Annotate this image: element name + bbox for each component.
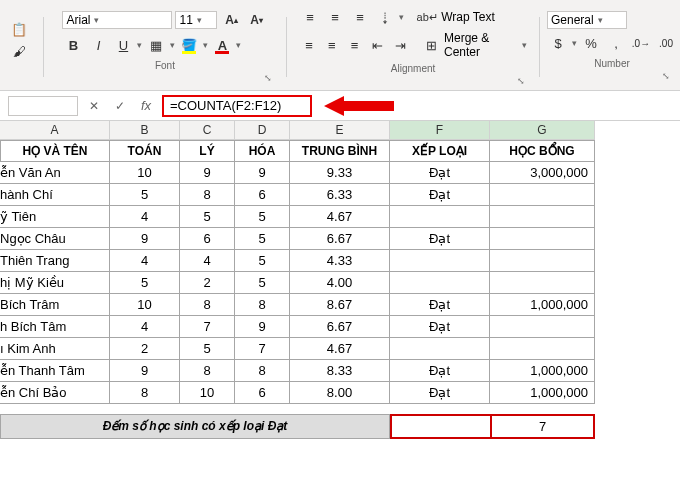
align-bottom-button[interactable]: ≡: [349, 6, 371, 28]
column-header-D[interactable]: D: [235, 121, 290, 140]
cell[interactable]: 8: [235, 294, 290, 316]
cell[interactable]: [390, 250, 490, 272]
dialog-launcher-icon[interactable]: ⤡: [264, 73, 272, 83]
cell[interactable]: 5: [235, 272, 290, 294]
cell[interactable]: 4: [110, 206, 180, 228]
cell[interactable]: 6: [235, 184, 290, 206]
bold-button[interactable]: B: [62, 34, 84, 56]
align-right-button[interactable]: ≡: [345, 34, 365, 56]
table-header[interactable]: HỌC BỔNG: [490, 140, 595, 162]
cell[interactable]: ỹ Tiên: [0, 206, 110, 228]
cell[interactable]: 9: [180, 162, 235, 184]
cell[interactable]: 8: [235, 360, 290, 382]
cell[interactable]: 2: [180, 272, 235, 294]
column-header-E[interactable]: E: [290, 121, 390, 140]
cell[interactable]: 4.33: [290, 250, 390, 272]
cell[interactable]: hị Mỹ Kiều: [0, 272, 110, 294]
cell[interactable]: Đạt: [390, 184, 490, 206]
cell[interactable]: 5: [235, 250, 290, 272]
align-center-button[interactable]: ≡: [322, 34, 342, 56]
cell[interactable]: 9: [110, 360, 180, 382]
align-middle-button[interactable]: ≡: [324, 6, 346, 28]
number-format-select[interactable]: General ▾: [547, 11, 627, 29]
italic-button[interactable]: I: [87, 34, 109, 56]
cancel-formula-button[interactable]: ✕: [84, 99, 104, 113]
formula-input[interactable]: =COUNTA(F2:F12): [162, 95, 312, 117]
cell[interactable]: 5: [235, 228, 290, 250]
cell[interactable]: 10: [110, 294, 180, 316]
underline-button[interactable]: U: [112, 34, 134, 56]
cell[interactable]: Thiên Trang: [0, 250, 110, 272]
summary-value-cell[interactable]: 7: [490, 414, 595, 439]
cell[interactable]: 8: [110, 382, 180, 404]
cell[interactable]: 1,000,000: [490, 360, 595, 382]
cell[interactable]: Bích Trâm: [0, 294, 110, 316]
align-top-button[interactable]: ≡: [299, 6, 321, 28]
cell[interactable]: Đạt: [390, 228, 490, 250]
increase-decimal-button[interactable]: .0→: [630, 32, 652, 54]
cell[interactable]: 1,000,000: [490, 294, 595, 316]
cell[interactable]: ễn Thanh Tâm: [0, 360, 110, 382]
align-left-button[interactable]: ≡: [299, 34, 319, 56]
cell[interactable]: 5: [110, 184, 180, 206]
cell[interactable]: 4: [110, 316, 180, 338]
cell[interactable]: 4.67: [290, 206, 390, 228]
cell[interactable]: Đạt: [390, 316, 490, 338]
borders-button[interactable]: ▦: [145, 34, 167, 56]
cell[interactable]: 5: [180, 206, 235, 228]
accounting-format-button[interactable]: $: [547, 32, 569, 54]
font-color-button[interactable]: A: [211, 34, 233, 56]
format-painter-button[interactable]: 🖌: [8, 40, 30, 62]
cell[interactable]: 9: [235, 162, 290, 184]
cell[interactable]: 2: [110, 338, 180, 360]
cell[interactable]: 6.67: [290, 228, 390, 250]
cell[interactable]: ễn Chí Bảo: [0, 382, 110, 404]
decrease-indent-button[interactable]: ⇤: [367, 34, 387, 56]
cell[interactable]: 5: [235, 206, 290, 228]
cell[interactable]: 9.33: [290, 162, 390, 184]
cell[interactable]: [390, 206, 490, 228]
dialog-launcher-icon[interactable]: ⤡: [517, 76, 525, 86]
cell[interactable]: [490, 206, 595, 228]
column-header-C[interactable]: C: [180, 121, 235, 140]
cell[interactable]: 8: [180, 184, 235, 206]
cell[interactable]: 9: [110, 228, 180, 250]
cell[interactable]: Đạt: [390, 360, 490, 382]
cell[interactable]: 7: [180, 316, 235, 338]
cell[interactable]: [490, 228, 595, 250]
cell[interactable]: 8.33: [290, 360, 390, 382]
paste-button[interactable]: 📋: [8, 18, 30, 40]
cell[interactable]: 10: [180, 382, 235, 404]
cell[interactable]: 3,000,000: [490, 162, 595, 184]
cell[interactable]: [490, 272, 595, 294]
dialog-launcher-icon[interactable]: ⤡: [662, 71, 670, 81]
table-header[interactable]: TOÁN: [110, 140, 180, 162]
increase-indent-button[interactable]: ⇥: [390, 34, 410, 56]
cell[interactable]: 6: [180, 228, 235, 250]
font-name-select[interactable]: Arial ▾: [62, 11, 172, 29]
name-box[interactable]: [8, 96, 78, 116]
spreadsheet-grid[interactable]: ABCDEFG HỌ VÀ TÊNTOÁNLÝHÓATRUNG BÌNHXẾP …: [0, 121, 680, 439]
orientation-button[interactable]: ⭭: [374, 6, 396, 28]
cell[interactable]: [390, 338, 490, 360]
cell[interactable]: 8: [180, 294, 235, 316]
cell[interactable]: 10: [110, 162, 180, 184]
cell[interactable]: 5: [110, 272, 180, 294]
cell[interactable]: h Bích Tâm: [0, 316, 110, 338]
cell[interactable]: 8: [180, 360, 235, 382]
cell[interactable]: ı Kim Anh: [0, 338, 110, 360]
cell[interactable]: 4.00: [290, 272, 390, 294]
column-header-A[interactable]: A: [0, 121, 110, 140]
cell[interactable]: Ngọc Châu: [0, 228, 110, 250]
comma-button[interactable]: ,: [605, 32, 627, 54]
cell[interactable]: 6.33: [290, 184, 390, 206]
cell[interactable]: hành Chí: [0, 184, 110, 206]
table-header[interactable]: HỌ VÀ TÊN: [0, 140, 110, 162]
font-size-select[interactable]: 11 ▾: [175, 11, 217, 29]
cell[interactable]: Đạt: [390, 294, 490, 316]
cell[interactable]: Đạt: [390, 382, 490, 404]
cell[interactable]: [390, 272, 490, 294]
cell[interactable]: 7: [235, 338, 290, 360]
cell[interactable]: 5: [180, 338, 235, 360]
merge-center-button[interactable]: Merge & Center: [444, 31, 519, 59]
